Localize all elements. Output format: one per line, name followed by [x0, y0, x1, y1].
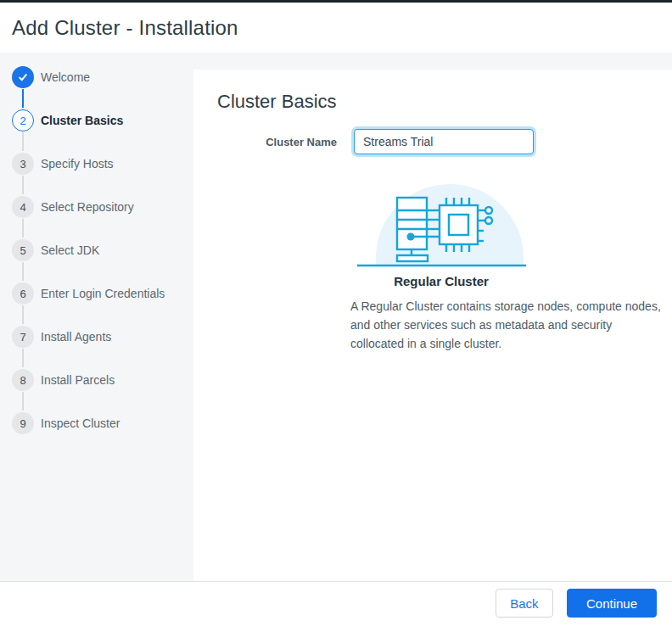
step-connector — [22, 262, 24, 281]
step-number: 3 — [20, 158, 25, 170]
step-connector — [22, 89, 24, 108]
wizard-body: 1 Welcome 2 Clust — [0, 53, 672, 581]
step-circle: 6 — [12, 282, 34, 305]
wizard-step-install-agents: 7 Install Agents — [0, 326, 193, 369]
step-connector — [22, 349, 24, 367]
step-number: 8 — [20, 374, 25, 387]
cluster-type-description: A Regular Cluster contains storage nodes… — [350, 297, 666, 353]
page-header: Add Cluster - Installation — [0, 3, 672, 53]
step-number: 2 — [20, 115, 25, 127]
wizard-step-select-jdk: 5 Select JDK — [0, 239, 193, 282]
step-number: 7 — [20, 331, 25, 344]
step-label: Install Parcels — [41, 369, 115, 391]
back-button[interactable]: Back — [496, 589, 553, 618]
wizard-steps-sidebar: 1 Welcome 2 Clust — [0, 53, 193, 581]
wizard-footer: Back Continue — [0, 581, 672, 626]
step-number: 9 — [20, 417, 25, 430]
add-cluster-wizard-window: Add Cluster - Installation 1 Welcome — [0, 0, 672, 626]
step-circle: 5 — [12, 239, 34, 261]
step-connector — [22, 219, 24, 238]
step-circle: 2 — [12, 109, 34, 131]
wizard-step-welcome: 1 Welcome — [0, 66, 193, 109]
wizard-steps-list: 1 Welcome 2 Clust — [0, 66, 193, 456]
server-chip-illustration-icon — [355, 174, 528, 269]
step-connector — [22, 392, 24, 411]
step-label: Enter Login Credentials — [41, 282, 165, 305]
step-connector — [22, 176, 24, 194]
wizard-step-enter-login-credentials: 6 Enter Login Credentials — [0, 282, 193, 326]
section-heading: Cluster Basics — [217, 91, 672, 113]
step-label: Welcome — [41, 66, 90, 88]
check-icon — [17, 71, 29, 83]
step-circle: 3 — [12, 153, 34, 175]
cluster-basics-panel: Cluster Basics Cluster Name — [193, 70, 672, 581]
page-title: Add Cluster - Installation — [12, 16, 238, 40]
wizard-step-specify-hosts: 3 Specify Hosts — [0, 153, 193, 196]
step-label: Inspect Cluster — [41, 412, 120, 434]
cluster-name-row: Cluster Name — [217, 126, 672, 157]
step-label: Install Agents — [41, 326, 111, 348]
cluster-type-title: Regular Cluster — [355, 274, 528, 288]
wizard-step-install-parcels: 8 Install Parcels — [0, 369, 193, 412]
step-number: 6 — [20, 288, 25, 300]
step-connector — [22, 305, 24, 324]
step-number: 5 — [20, 244, 25, 257]
wizard-step-inspect-cluster: 9 Inspect Cluster — [0, 412, 193, 456]
step-label: Select JDK — [41, 239, 99, 261]
step-circle: 4 — [12, 196, 34, 218]
continue-button[interactable]: Continue — [567, 589, 657, 618]
step-circle: 8 — [12, 369, 34, 391]
step-circle: 1 — [12, 66, 34, 88]
step-label: Select Repository — [41, 196, 134, 218]
wizard-step-select-repository: 4 Select Repository — [0, 196, 193, 239]
regular-cluster-illustration — [355, 174, 528, 269]
wizard-step-cluster-basics: 2 Cluster Basics — [0, 109, 193, 153]
step-circle: 9 — [12, 412, 34, 434]
cluster-name-label: Cluster Name — [217, 136, 337, 148]
step-number: 4 — [20, 201, 25, 214]
step-label: Specify Hosts — [41, 153, 114, 175]
step-connector — [22, 132, 24, 151]
step-circle: 7 — [12, 326, 34, 348]
cluster-name-input[interactable] — [354, 129, 534, 154]
main-panel: Cluster Basics Cluster Name — [193, 53, 672, 581]
step-label: Cluster Basics — [41, 109, 123, 131]
